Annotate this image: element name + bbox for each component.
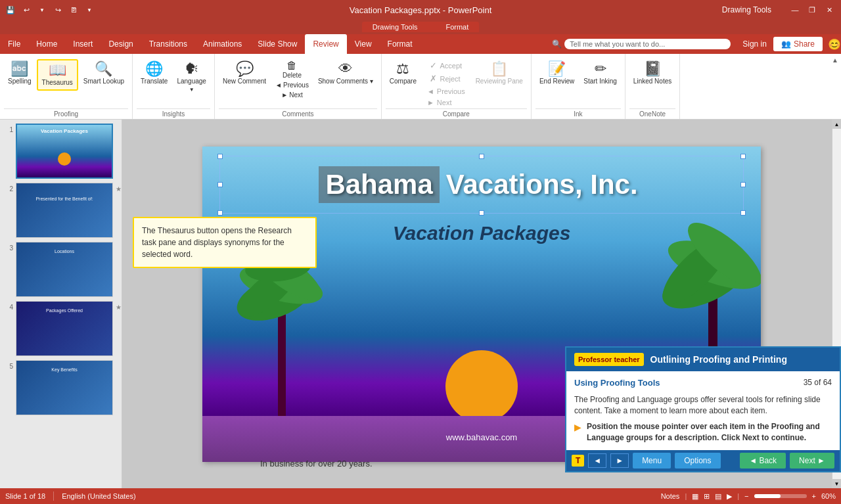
thesaurus-icon: 📖 (49, 63, 66, 78)
view-normal-icon[interactable]: ▦ (692, 492, 698, 501)
tell-me-input[interactable]: Tell me what you want to do... (564, 39, 731, 49)
slide-img-1: Vacation Packages (16, 124, 113, 179)
slide-img-2: Presented for the Benefit of: (16, 183, 113, 238)
feedback-icon[interactable]: 😊 (828, 38, 841, 51)
drawing-tools-tab[interactable]: Drawing Tools Format (362, 22, 480, 32)
next-comment-icon: ► (281, 91, 288, 99)
prev-comment-icon: ◄ (275, 81, 282, 89)
proofing-group-label: Proofing (4, 108, 128, 118)
back-label: ◄ Back (749, 456, 777, 465)
slide-img-5: Key Benefits (16, 360, 113, 415)
next-change-icon: ► (427, 99, 434, 106)
menu-animations[interactable]: Animations (195, 34, 250, 54)
comments-group-label: Comments (219, 108, 377, 118)
slide-thumb-2[interactable]: 2 Presented for the Benefit of: ★ (3, 183, 119, 238)
prof-prev-arrow[interactable]: ◄ (588, 453, 606, 468)
prof-next-button[interactable]: Next ► (790, 453, 834, 469)
slide-thumb-1[interactable]: 1 Vacation Packages (3, 124, 119, 179)
slide-thumb-4[interactable]: 4 Packages Offered ★ (3, 301, 119, 356)
accept-label: Accept (440, 62, 462, 70)
translate-button[interactable]: 🌐 Translate (137, 59, 171, 88)
accept-button[interactable]: ✓ Accept (426, 59, 466, 72)
start-inking-label: Start Inking (583, 78, 617, 85)
menu-home[interactable]: Home (28, 34, 65, 54)
title-bar: 💾 ↩ ▼ ↪ 🖹 ▼ Vacation Packages.pptx - Pow… (0, 0, 841, 20)
delete-icon: 🗑 (286, 60, 297, 71)
share-button[interactable]: 👥Share (773, 37, 823, 51)
zoom-slider[interactable] (754, 494, 807, 498)
linked-notes-icon: 📓 (644, 62, 662, 76)
smart-lookup-button[interactable]: 🔍 Smart Lookup (80, 59, 128, 88)
prof-options-button[interactable]: Options (675, 453, 720, 469)
reject-button[interactable]: ✗ Reject (426, 72, 466, 85)
thesaurus-button[interactable]: 📖 Thesaurus (37, 59, 78, 91)
compare-button[interactable]: ⚖ Compare (386, 59, 420, 88)
menu-file[interactable]: File (0, 34, 28, 54)
show-comments-button[interactable]: 👁 Show Comments ▾ (314, 59, 377, 88)
view-slide-sorter-icon[interactable]: ⊞ (704, 492, 710, 501)
menu-design[interactable]: Design (101, 34, 141, 54)
close-button[interactable]: ✕ (823, 3, 836, 16)
format-tab[interactable]: Format (445, 23, 468, 31)
start-inking-button[interactable]: ✏ Start Inking (580, 59, 621, 88)
redo-icon[interactable]: ↪ (53, 5, 63, 15)
zoom-in-button[interactable]: + (812, 492, 816, 500)
sign-in-button[interactable]: Sign in (736, 39, 773, 49)
next-change-label: Next (437, 99, 452, 106)
prof-counter: 35 of 64 (804, 378, 832, 390)
ribbon-group-insights: 🌐 Translate 🗣 Language ▼ Insights (133, 54, 215, 119)
end-review-icon: 📝 (548, 62, 566, 76)
onenote-items: 📓 Linked Notes (629, 57, 675, 108)
handle-mr (740, 182, 746, 187)
view-slideshow-icon[interactable]: ▶ (727, 492, 732, 501)
delete-button[interactable]: 🗑 Delete (280, 59, 304, 80)
scroll-up-arrow[interactable]: ▲ (832, 120, 842, 129)
undo-icon[interactable]: ↩ (21, 5, 32, 15)
slide-thumb-5[interactable]: 5 Key Benefits (3, 360, 119, 415)
minimize-button[interactable]: — (788, 3, 802, 16)
menu-view[interactable]: View (347, 34, 380, 54)
next-comment-button[interactable]: ► Next (279, 90, 305, 100)
menu-slide-show[interactable]: Slide Show (250, 34, 305, 54)
view-reading-icon[interactable]: ▤ (715, 492, 721, 501)
title-selection-box: Bahama Vacations, Inc. (219, 156, 744, 214)
prof-header: Professor teacher Outlining Proofing and… (566, 348, 840, 371)
menu-right: 🔍 Tell me what you want to do... Sign in… (552, 34, 841, 54)
zoom-out-button[interactable]: − (744, 492, 748, 500)
reviewing-pane-label: Reviewing Pane (476, 78, 523, 85)
prof-menu-button[interactable]: Menu (633, 453, 671, 469)
menu-transitions[interactable]: Transitions (141, 34, 195, 54)
end-review-button[interactable]: 📝 End Review (535, 59, 578, 88)
slide-num-4: 4 (3, 301, 13, 311)
linked-notes-button[interactable]: 📓 Linked Notes (629, 59, 675, 88)
handle-bm (479, 210, 484, 216)
prof-back-button[interactable]: ◄ Back (740, 453, 786, 469)
menu-review[interactable]: Review (305, 34, 346, 54)
menu-insert[interactable]: Insert (65, 34, 101, 54)
customize-qat-icon[interactable]: 🖹 (68, 5, 79, 15)
status-right: Notes | ▦ ⊞ ▤ ▶ | − + 60% (661, 492, 836, 501)
comments-items: 💬 New Comment 🗑 Delete ◄ Previous ► (219, 57, 377, 108)
menu-format[interactable]: Format (380, 34, 420, 54)
undo-dropdown-icon[interactable]: ▼ (37, 5, 47, 15)
spelling-button[interactable]: 🔤 Spelling (4, 59, 35, 88)
language-button[interactable]: 🗣 Language ▼ (173, 59, 210, 95)
customize-dropdown-icon[interactable]: ▼ (84, 5, 95, 15)
scroll-down-arrow[interactable]: ▼ (832, 479, 842, 488)
ribbon-collapse[interactable]: ▲ (829, 54, 841, 119)
next-change-button[interactable]: ► Next (423, 97, 469, 108)
prev-comment-button[interactable]: ◄ Previous (273, 80, 311, 90)
slide-thumb-3[interactable]: 3 Locations (3, 242, 119, 297)
smart-lookup-icon: 🔍 (95, 62, 112, 76)
prof-t-label: T (572, 455, 584, 467)
notes-button[interactable]: Notes (661, 492, 680, 500)
save-icon[interactable]: 💾 (5, 5, 16, 15)
restore-button[interactable]: ❐ (806, 3, 819, 16)
prof-next-arrow[interactable]: ► (610, 453, 629, 468)
new-comment-button[interactable]: 💬 New Comment (219, 59, 270, 88)
linked-notes-label: Linked Notes (633, 78, 671, 85)
ribbon-group-proofing: 🔤 Spelling 📖 Thesaurus 🔍 Smart Lookup Pr… (0, 54, 133, 119)
prev-change-button[interactable]: ◄ Previous (423, 86, 469, 97)
reviewing-pane-button[interactable]: 📋 Reviewing Pane (472, 59, 527, 88)
reject-label: Reject (440, 75, 460, 83)
